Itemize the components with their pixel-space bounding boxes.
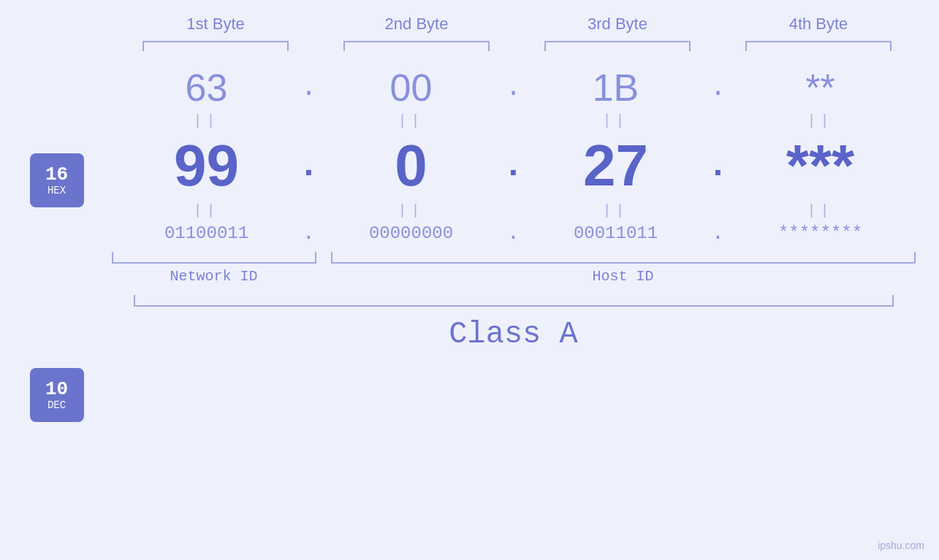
badges-column: 16 HEX 10 DEC 2 BIN (17, 88, 97, 560)
dec-b1: 99 (123, 132, 291, 199)
bin-row: 01100011 . 00000000 . 00011011 . (112, 222, 916, 245)
data-columns: 63 . 00 . 1B . ** (112, 66, 923, 352)
hex-badge-num: 16 (45, 164, 68, 185)
host-id-label: Host ID (331, 268, 916, 285)
eq2-b1: || (123, 202, 291, 219)
full-bracket (134, 295, 894, 307)
hex-badge-label: HEX (47, 185, 66, 196)
bin-b1: 01100011 (123, 223, 291, 243)
content-area: 16 HEX 10 DEC 2 BIN 63 . (17, 66, 923, 560)
dec-row: 99 . 0 . 27 . *** (112, 132, 916, 199)
network-bracket (112, 252, 316, 264)
host-bracket (331, 252, 916, 264)
dec-dot2: . (495, 146, 532, 185)
bracket-b3 (544, 41, 691, 51)
hex-b1: 63 (123, 66, 291, 110)
dec-badge: 10 DEC (30, 368, 84, 422)
bin-b3: 00011011 (532, 223, 700, 243)
bin-b4: ******** (737, 223, 905, 243)
eq2-b2: || (327, 202, 495, 219)
equals-row-2: || || || || (112, 202, 916, 219)
watermark: ipshu.com (878, 540, 924, 551)
network-id-label: Network ID (112, 268, 316, 285)
top-brackets (115, 41, 919, 51)
hex-dot3: . (700, 73, 737, 103)
equals-row-1: || || || || (112, 112, 916, 129)
main-container: 1st Byte 2nd Byte 3rd Byte 4th Byte 16 H… (0, 0, 939, 560)
dec-b3: 27 (532, 132, 700, 199)
eq2-b4: || (737, 202, 905, 219)
bin-dot3: . (700, 222, 737, 245)
full-bracket-container (112, 295, 916, 307)
bin-dot2: . (495, 222, 532, 245)
bracket-b2 (343, 41, 490, 51)
hex-badge: 16 HEX (30, 153, 84, 207)
bin-b2: 00000000 (327, 223, 495, 243)
bin-dot1: . (291, 222, 327, 245)
bracket-b4 (745, 41, 892, 51)
byte3-header: 3rd Byte (530, 15, 705, 34)
eq1-b4: || (737, 112, 905, 129)
dec-dot1: . (291, 146, 327, 185)
hex-b3: 1B (532, 66, 700, 110)
dec-badge-label: DEC (47, 399, 66, 411)
dec-badge-num: 10 (45, 379, 68, 400)
dec-b4: *** (737, 132, 905, 199)
byte4-header: 4th Byte (731, 15, 906, 34)
eq1-b3: || (532, 112, 700, 129)
byte2-header: 2nd Byte (329, 15, 504, 34)
id-labels-row: Network ID Host ID (112, 268, 916, 285)
bracket-b1 (142, 41, 289, 51)
hex-row: 63 . 00 . 1B . ** (112, 66, 916, 110)
eq1-b1: || (123, 112, 291, 129)
hex-b4: ** (737, 66, 905, 110)
eq1-b2: || (327, 112, 495, 129)
hex-dot2: . (495, 73, 532, 103)
hex-b2: 00 (327, 66, 495, 110)
byte-headers: 1st Byte 2nd Byte 3rd Byte 4th Byte (115, 15, 919, 34)
hex-dot1: . (291, 73, 327, 103)
class-label: Class A (112, 317, 916, 352)
dec-b2: 0 (327, 132, 495, 199)
byte1-header: 1st Byte (128, 15, 303, 34)
eq2-b3: || (532, 202, 700, 219)
dec-dot3: . (700, 146, 737, 185)
bottom-brackets (112, 252, 916, 264)
